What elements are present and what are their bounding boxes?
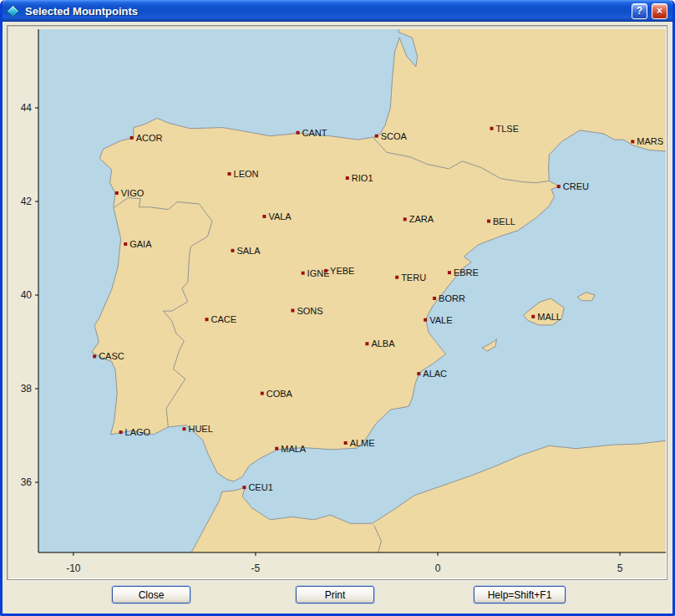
titlebar[interactable]: Selected Mountpoints ? × (3, 0, 672, 22)
station-label: VALA (268, 211, 292, 221)
x-tick-label: -10 (66, 563, 81, 574)
station-label: MALL (537, 312, 561, 322)
y-tick-label: 36 (21, 476, 33, 488)
station-label: VALE (429, 315, 452, 325)
station-marker (275, 447, 278, 451)
station-label: MALA (281, 444, 307, 454)
y-tick-label: 40 (21, 289, 33, 301)
station-label: LEON (234, 169, 259, 179)
station-marker (242, 486, 246, 489)
app-icon (7, 4, 20, 18)
station-label: CASC (99, 351, 124, 361)
station-label: BORR (439, 293, 465, 303)
station-marker (228, 172, 231, 176)
close-window-button[interactable]: × (652, 3, 667, 19)
station-marker (490, 127, 494, 130)
station-marker (557, 185, 561, 188)
station-label: YEBE (330, 266, 354, 276)
dialog-window: Selected Mountpoints ? × 4442403836-10-5… (0, 0, 675, 616)
help-button[interactable]: ? (632, 3, 647, 19)
station-label: COBA (266, 389, 293, 399)
station-marker (119, 430, 123, 434)
station-marker (93, 354, 96, 358)
station-marker (417, 372, 420, 375)
y-tick-label: 38 (21, 383, 33, 395)
x-tick-label: -5 (251, 563, 261, 574)
station-marker (302, 272, 305, 275)
station-marker (448, 271, 451, 274)
station-label: SONS (297, 306, 322, 316)
station-label: EBRE (454, 267, 479, 277)
station-label: CREU (563, 181, 589, 191)
station-label: RIO1 (352, 173, 373, 183)
station-marker (182, 427, 185, 430)
print-button[interactable]: Print (296, 586, 374, 603)
station-label: VIGO (121, 188, 145, 198)
station-label: GAIA (129, 239, 152, 249)
station-label: TERU (401, 272, 426, 283)
station-label: CEU1 (248, 482, 272, 492)
window-title: Selected Mountpoints (23, 5, 627, 18)
station-label: ALBA (371, 339, 395, 349)
station-label: ALME (350, 438, 375, 448)
station-label: CANT (302, 128, 327, 138)
station-marker (115, 191, 119, 195)
station-marker (365, 342, 368, 345)
station-marker (424, 318, 427, 322)
station-label: ACOR (136, 133, 163, 143)
station-marker (324, 269, 327, 272)
dialog-content: 4442403836-10-505ACORCANTSCOATLSEMARSCRE… (3, 22, 672, 613)
help-shortcut-button[interactable]: Help=Shift+F1 (474, 586, 566, 603)
station-marker (262, 215, 266, 218)
map-panel: 4442403836-10-505ACORCANTSCOATLSEMARSCRE… (7, 25, 667, 580)
station-marker (344, 441, 348, 445)
close-dialog-button[interactable]: Close (112, 586, 190, 603)
station-marker (375, 135, 378, 138)
station-marker (291, 309, 294, 313)
station-marker (124, 242, 127, 246)
station-marker (231, 249, 234, 252)
station-marker (205, 318, 208, 321)
station-label: HUEL (188, 424, 212, 434)
question-icon: ? (637, 6, 642, 16)
station-marker (261, 392, 264, 395)
station-marker (433, 297, 436, 300)
close-icon: × (657, 6, 662, 16)
station-marker (395, 276, 398, 279)
station-label: TLSE (496, 124, 520, 134)
station-label: ALAC (423, 369, 447, 379)
station-marker (631, 140, 634, 143)
x-tick-label: 5 (617, 563, 623, 574)
station-marker (487, 220, 490, 223)
station-label: MARS (637, 136, 663, 146)
station-label: LAGO (125, 427, 151, 437)
station-label: CACE (211, 314, 236, 324)
station-label: ZARA (409, 214, 434, 224)
footer: Close Print Help=Shift+F1 (3, 586, 672, 604)
x-tick-label: 0 (435, 563, 441, 574)
station-label: SALA (236, 246, 261, 256)
mountpoints-map: 4442403836-10-505ACORCANTSCOATLSEMARSCRE… (8, 26, 668, 581)
y-tick-label: 44 (21, 102, 33, 114)
y-tick-label: 42 (21, 196, 33, 207)
station-marker (403, 217, 407, 221)
station-marker (346, 176, 349, 180)
station-label: BELL (493, 216, 515, 227)
station-marker (130, 136, 134, 140)
station-marker (531, 315, 535, 318)
station-label: SCOA (381, 131, 408, 141)
station-marker (297, 131, 300, 135)
